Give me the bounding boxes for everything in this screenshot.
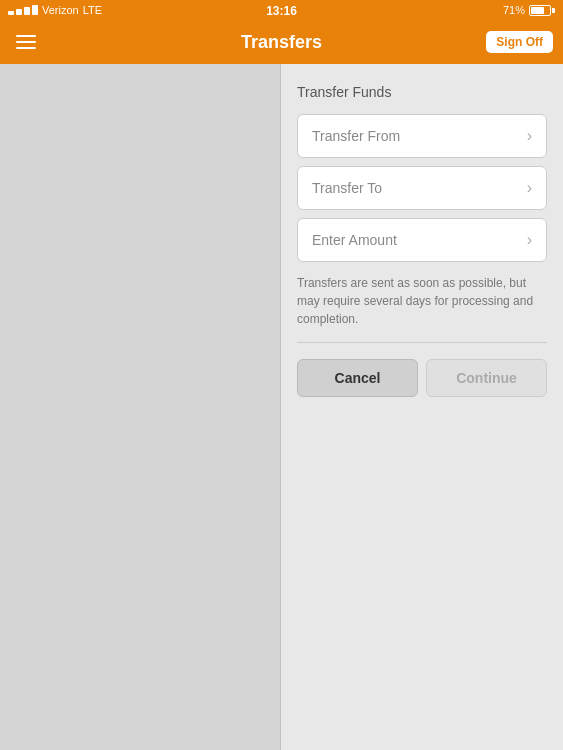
chevron-right-icon: › bbox=[527, 127, 532, 145]
transfer-to-row[interactable]: Transfer To › bbox=[297, 166, 547, 210]
carrier-label: Verizon bbox=[42, 4, 79, 16]
signal-dot-4 bbox=[32, 5, 38, 15]
enter-amount-label: Enter Amount bbox=[312, 232, 397, 248]
page-title: Transfers bbox=[241, 32, 322, 53]
left-panel bbox=[0, 64, 280, 750]
battery-tip bbox=[552, 8, 555, 13]
horizontal-divider bbox=[297, 342, 547, 343]
sign-off-button[interactable]: Sign Off bbox=[486, 31, 553, 53]
status-bar: Verizon LTE 13:16 71% bbox=[0, 0, 563, 20]
battery-fill bbox=[531, 7, 544, 14]
status-time: 13:16 bbox=[266, 4, 297, 18]
cancel-button[interactable]: Cancel bbox=[297, 359, 418, 397]
enter-amount-row[interactable]: Enter Amount › bbox=[297, 218, 547, 262]
signal-dot-1 bbox=[8, 11, 14, 15]
transfer-from-label: Transfer From bbox=[312, 128, 400, 144]
signal-dots bbox=[8, 5, 38, 15]
signal-dot-3 bbox=[24, 7, 30, 15]
section-title: Transfer Funds bbox=[297, 84, 547, 100]
signal-dot-2 bbox=[16, 9, 22, 15]
status-left: Verizon LTE bbox=[8, 4, 102, 16]
hamburger-icon bbox=[16, 41, 36, 43]
right-panel: Transfer Funds Transfer From › Transfer … bbox=[281, 64, 563, 750]
hamburger-icon bbox=[16, 47, 36, 49]
battery-body bbox=[529, 5, 551, 16]
main-layout: Transfer Funds Transfer From › Transfer … bbox=[0, 64, 563, 750]
transfer-from-row[interactable]: Transfer From › bbox=[297, 114, 547, 158]
button-row: Cancel Continue bbox=[297, 359, 547, 397]
info-text: Transfers are sent as soon as possible, … bbox=[297, 274, 547, 328]
app-header: Transfers Sign Off bbox=[0, 20, 563, 64]
chevron-right-icon: › bbox=[527, 179, 532, 197]
transfer-to-label: Transfer To bbox=[312, 180, 382, 196]
battery-icon bbox=[529, 5, 555, 16]
menu-button[interactable] bbox=[12, 31, 40, 53]
network-type-label: LTE bbox=[83, 4, 102, 16]
chevron-right-icon: › bbox=[527, 231, 532, 249]
continue-button[interactable]: Continue bbox=[426, 359, 547, 397]
status-right: 71% bbox=[503, 4, 555, 16]
hamburger-icon bbox=[16, 35, 36, 37]
battery-percent-label: 71% bbox=[503, 4, 525, 16]
